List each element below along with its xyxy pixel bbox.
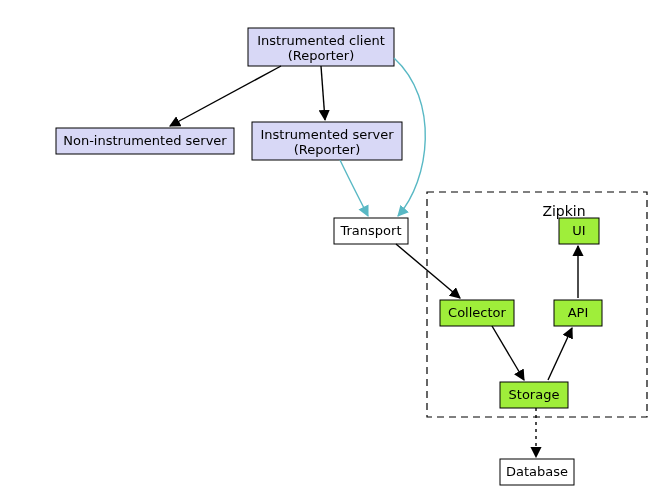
instrumented-server-label-2: (Reporter) — [294, 142, 361, 157]
edge-storage-to-api — [548, 328, 572, 380]
non-instrumented-server-node: Non-instrumented server — [56, 128, 234, 154]
edge-server-to-transport — [340, 160, 368, 216]
instrumented-client-label-1: Instrumented client — [257, 33, 385, 48]
edge-transport-to-collector — [396, 244, 460, 298]
collector-label: Collector — [448, 305, 506, 320]
transport-label: Transport — [339, 223, 401, 238]
transport-node: Transport — [334, 218, 408, 244]
zipkin-group-label: Zipkin — [542, 203, 585, 219]
architecture-diagram: Zipkin Instrumented client (Reporter) No… — [0, 0, 661, 504]
storage-label: Storage — [509, 387, 560, 402]
edge-collector-to-storage — [492, 326, 524, 380]
api-label: API — [568, 305, 589, 320]
edge-client-to-noninstr — [170, 66, 281, 126]
instrumented-server-node: Instrumented server (Reporter) — [252, 122, 402, 160]
non-instrumented-server-label: Non-instrumented server — [63, 133, 227, 148]
instrumented-client-label-2: (Reporter) — [288, 48, 355, 63]
ui-label: UI — [572, 223, 585, 238]
api-node: API — [554, 300, 602, 326]
storage-node: Storage — [500, 382, 568, 408]
instrumented-server-label-1: Instrumented server — [260, 127, 394, 142]
ui-node: UI — [559, 218, 599, 244]
database-node: Database — [500, 459, 574, 485]
instrumented-client-node: Instrumented client (Reporter) — [248, 28, 394, 66]
edge-client-to-server — [321, 66, 325, 120]
database-label: Database — [506, 464, 568, 479]
collector-node: Collector — [440, 300, 514, 326]
